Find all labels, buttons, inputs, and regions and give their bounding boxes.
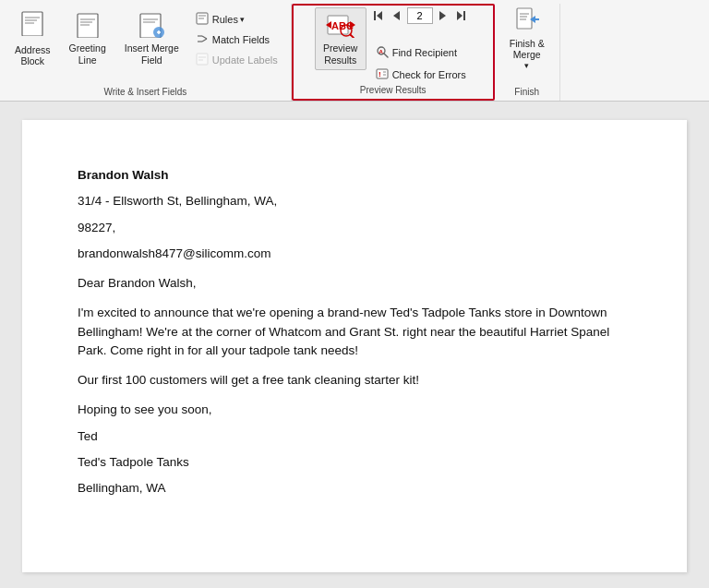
prev-record-button[interactable] xyxy=(389,7,405,24)
preview-results-group: ABC Preview Results xyxy=(292,4,495,101)
address-block: 31/4 - Ellsworth St, Bellingham, WA, 982… xyxy=(78,192,631,263)
write-insert-fields-group-label: Write & Insert Fields xyxy=(0,87,291,97)
finish-merge-label: Finish & Merge xyxy=(510,38,545,61)
ribbon: Address Block Greeting Line xyxy=(0,0,709,102)
svg-text:A: A xyxy=(379,49,383,54)
address-line1: 31/4 - Ellsworth St, Bellingham, WA, xyxy=(78,192,631,210)
preview-results-button[interactable]: ABC Preview Results xyxy=(315,7,367,70)
match-fields-icon xyxy=(196,32,209,48)
finish-merge-icon xyxy=(515,6,539,35)
insert-merge-field-label: Insert Merge Field xyxy=(125,42,179,66)
first-record-button[interactable] xyxy=(370,7,387,24)
svg-text:!: ! xyxy=(379,70,381,78)
find-recipient-button[interactable]: A Find Recipient xyxy=(370,42,472,63)
finish-merge-dropdown-icon: ▾ xyxy=(524,61,529,71)
svg-rect-0 xyxy=(22,12,42,36)
match-fields-label: Match Fields xyxy=(212,34,270,45)
address-block-icon xyxy=(20,10,44,42)
closing-1: Hoping to see you soon, xyxy=(78,401,631,419)
svg-line-31 xyxy=(384,54,388,57)
svg-line-20 xyxy=(202,39,207,42)
svg-line-18 xyxy=(202,36,207,39)
preview-results-icon: ABC xyxy=(326,12,355,41)
update-labels-label: Update Labels xyxy=(212,54,278,66)
rules-label: Rules xyxy=(212,14,238,25)
finish-group-label: Finish xyxy=(495,87,559,97)
email-line: brandonwalsh8477@silicomm.com xyxy=(78,245,631,263)
write-insert-fields-group: Address Block Greeting Line xyxy=(0,4,292,101)
rules-button[interactable]: Rules ▾ xyxy=(190,9,283,30)
svg-line-27 xyxy=(350,34,354,38)
greeting-line-icon xyxy=(76,12,100,41)
update-labels-button[interactable]: Update Labels xyxy=(190,50,283,70)
finish-group: Finish & Merge ▾ Finish xyxy=(495,4,560,101)
update-labels-icon xyxy=(196,53,209,68)
check-for-errors-label: Check for Errors xyxy=(392,69,466,80)
body-paragraph-2: Our first 100 customers will get a free … xyxy=(78,371,631,390)
preview-results-label: Preview Results xyxy=(323,42,357,66)
recipient-name: Brandon Walsh xyxy=(78,166,631,185)
greeting-line-label: Greeting Line xyxy=(69,42,106,66)
greeting-line-button[interactable]: Greeting Line xyxy=(62,7,114,70)
closing-4: Bellingham, WA xyxy=(78,479,631,498)
check-for-errors-button[interactable]: ! Check for Errors xyxy=(370,65,472,85)
address-line2: 98227, xyxy=(78,219,631,237)
insert-merge-field-icon xyxy=(138,12,164,41)
find-recipient-icon: A xyxy=(376,45,389,60)
svg-rect-37 xyxy=(517,8,532,29)
svg-rect-21 xyxy=(197,54,208,65)
svg-rect-4 xyxy=(78,14,98,38)
check-for-errors-icon: ! xyxy=(376,67,389,82)
insert-merge-field-button[interactable]: Insert Merge Field xyxy=(117,7,186,70)
navigation-controls xyxy=(370,7,472,26)
next-record-button[interactable] xyxy=(435,7,451,24)
closing-2: Ted xyxy=(78,427,631,446)
body-paragraph-1: I'm excited to announce that we're openi… xyxy=(78,304,631,360)
salutation: Dear Brandon Walsh, xyxy=(78,274,631,293)
document-area: Brandon Walsh 31/4 - Ellsworth St, Belli… xyxy=(0,102,709,588)
rules-icon xyxy=(196,12,209,28)
document-page: Brandon Walsh 31/4 - Ellsworth St, Belli… xyxy=(22,120,687,572)
match-fields-button[interactable]: Match Fields xyxy=(190,30,283,50)
finish-merge-button[interactable]: Finish & Merge ▾ xyxy=(502,7,552,70)
preview-results-group-label: Preview Results xyxy=(294,85,493,95)
address-block-label: Address Block xyxy=(15,44,51,67)
rules-dropdown-icon: ▾ xyxy=(240,15,245,24)
record-number-input[interactable] xyxy=(407,7,433,24)
closing-3: Ted's Tadpole Tanks xyxy=(78,453,631,472)
find-recipient-label: Find Recipient xyxy=(392,47,457,58)
last-record-button[interactable] xyxy=(453,7,470,24)
address-block-button[interactable]: Address Block xyxy=(7,7,58,70)
